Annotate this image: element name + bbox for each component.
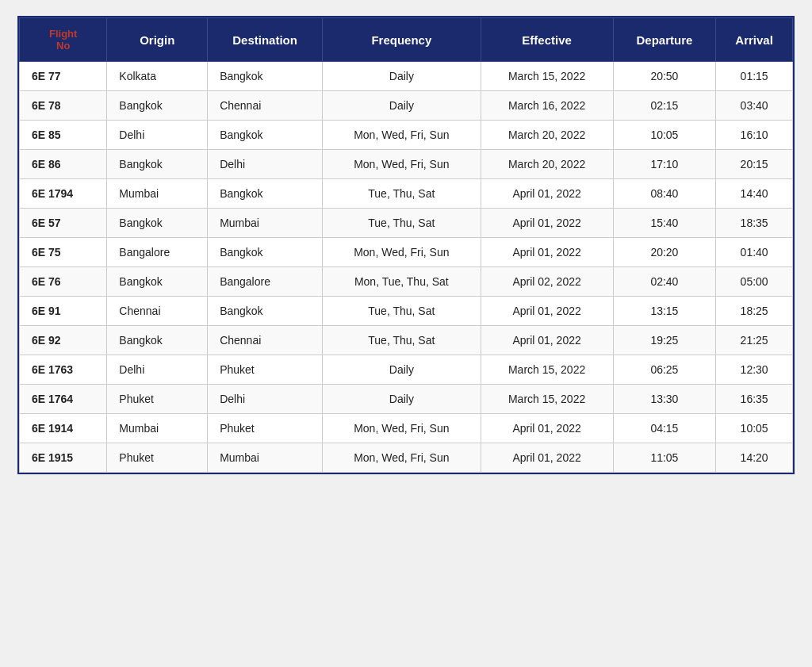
effective-cell: April 01, 2022 (481, 209, 613, 238)
departure-cell: 08:40 (613, 179, 716, 209)
destination-header: Destination (208, 18, 323, 62)
table-row: 6E 1764PhuketDelhiDailyMarch 15, 202213:… (20, 385, 793, 414)
flight-no-header: FlightNo (20, 18, 107, 62)
origin-cell: Phuket (107, 385, 208, 414)
arrival-cell: 20:15 (716, 150, 793, 179)
table-row: 6E 91ChennaiBangkokTue, Thu, SatApril 01… (20, 297, 793, 326)
table-row: 6E 92BangkokChennaiTue, Thu, SatApril 01… (20, 326, 793, 355)
arrival-cell: 14:20 (716, 443, 793, 473)
flight-no-cell: 6E 78 (20, 91, 107, 121)
frequency-cell: Mon, Wed, Fri, Sun (323, 238, 481, 267)
destination-cell: Bangalore (208, 267, 323, 297)
arrival-cell: 01:40 (716, 238, 793, 267)
frequency-cell: Mon, Wed, Fri, Sun (323, 121, 481, 150)
departure-cell: 17:10 (613, 150, 716, 179)
frequency-cell: Tue, Thu, Sat (323, 326, 481, 355)
flight-no-cell: 6E 92 (20, 326, 107, 355)
table-row: 6E 1915PhuketMumbaiMon, Wed, Fri, SunApr… (20, 443, 793, 473)
table-row: 6E 1763DelhiPhuketDailyMarch 15, 202206:… (20, 355, 793, 385)
table-row: 6E 85DelhiBangkokMon, Wed, Fri, SunMarch… (20, 121, 793, 150)
effective-cell: April 01, 2022 (481, 238, 613, 267)
flight-no-cell: 6E 85 (20, 121, 107, 150)
departure-header: Departure (613, 18, 716, 62)
arrival-cell: 05:00 (716, 267, 793, 297)
effective-cell: April 01, 2022 (481, 326, 613, 355)
table-row: 6E 57BangkokMumbaiTue, Thu, SatApril 01,… (20, 209, 793, 238)
departure-cell: 13:15 (613, 297, 716, 326)
frequency-cell: Mon, Wed, Fri, Sun (323, 150, 481, 179)
arrival-header: Arrival (716, 18, 793, 62)
origin-cell: Mumbai (107, 414, 208, 443)
origin-cell: Delhi (107, 355, 208, 385)
destination-cell: Bangkok (208, 121, 323, 150)
arrival-cell: 18:35 (716, 209, 793, 238)
effective-cell: March 15, 2022 (481, 62, 613, 91)
frequency-cell: Tue, Thu, Sat (323, 179, 481, 209)
departure-cell: 02:40 (613, 267, 716, 297)
frequency-cell: Daily (323, 385, 481, 414)
flight-no-cell: 6E 91 (20, 297, 107, 326)
origin-cell: Mumbai (107, 179, 208, 209)
effective-cell: March 20, 2022 (481, 150, 613, 179)
origin-cell: Phuket (107, 443, 208, 473)
effective-header: Effective (481, 18, 613, 62)
effective-cell: April 01, 2022 (481, 443, 613, 473)
frequency-cell: Tue, Thu, Sat (323, 297, 481, 326)
arrival-cell: 14:40 (716, 179, 793, 209)
frequency-cell: Mon, Tue, Thu, Sat (323, 267, 481, 297)
departure-cell: 13:30 (613, 385, 716, 414)
table-row: 6E 1914MumbaiPhuketMon, Wed, Fri, SunApr… (20, 414, 793, 443)
flight-no-cell: 6E 57 (20, 209, 107, 238)
destination-cell: Delhi (208, 150, 323, 179)
effective-cell: April 02, 2022 (481, 267, 613, 297)
departure-cell: 02:15 (613, 91, 716, 121)
arrival-cell: 18:25 (716, 297, 793, 326)
departure-cell: 15:40 (613, 209, 716, 238)
table-header-row: FlightNo Origin Destination Frequency Ef… (20, 18, 793, 62)
destination-cell: Bangkok (208, 238, 323, 267)
effective-cell: March 20, 2022 (481, 121, 613, 150)
flight-no-cell: 6E 1763 (20, 355, 107, 385)
effective-cell: April 01, 2022 (481, 179, 613, 209)
destination-cell: Delhi (208, 385, 323, 414)
table-row: 6E 78BangkokChennaiDailyMarch 16, 202202… (20, 91, 793, 121)
flight-no-cell: 6E 1764 (20, 385, 107, 414)
departure-cell: 06:25 (613, 355, 716, 385)
arrival-cell: 16:10 (716, 121, 793, 150)
origin-cell: Kolkata (107, 62, 208, 91)
frequency-cell: Daily (323, 355, 481, 385)
departure-cell: 10:05 (613, 121, 716, 150)
frequency-cell: Daily (323, 91, 481, 121)
origin-cell: Bangalore (107, 238, 208, 267)
effective-cell: March 15, 2022 (481, 385, 613, 414)
flight-no-cell: 6E 75 (20, 238, 107, 267)
effective-cell: March 16, 2022 (481, 91, 613, 121)
frequency-cell: Daily (323, 62, 481, 91)
arrival-cell: 01:15 (716, 62, 793, 91)
origin-cell: Bangkok (107, 267, 208, 297)
flight-no-cell: 6E 86 (20, 150, 107, 179)
effective-cell: April 01, 2022 (481, 297, 613, 326)
departure-cell: 04:15 (613, 414, 716, 443)
destination-cell: Bangkok (208, 62, 323, 91)
destination-cell: Chennai (208, 326, 323, 355)
departure-cell: 19:25 (613, 326, 716, 355)
table-row: 6E 86BangkokDelhiMon, Wed, Fri, SunMarch… (20, 150, 793, 179)
departure-cell: 11:05 (613, 443, 716, 473)
origin-cell: Bangkok (107, 209, 208, 238)
destination-cell: Mumbai (208, 443, 323, 473)
arrival-cell: 21:25 (716, 326, 793, 355)
arrival-cell: 16:35 (716, 385, 793, 414)
origin-cell: Bangkok (107, 91, 208, 121)
destination-cell: Phuket (208, 355, 323, 385)
destination-cell: Mumbai (208, 209, 323, 238)
arrival-cell: 12:30 (716, 355, 793, 385)
destination-cell: Bangkok (208, 179, 323, 209)
flight-no-cell: 6E 77 (20, 62, 107, 91)
origin-cell: Chennai (107, 297, 208, 326)
frequency-cell: Tue, Thu, Sat (323, 209, 481, 238)
effective-cell: April 01, 2022 (481, 414, 613, 443)
arrival-cell: 03:40 (716, 91, 793, 121)
destination-cell: Phuket (208, 414, 323, 443)
arrival-cell: 10:05 (716, 414, 793, 443)
